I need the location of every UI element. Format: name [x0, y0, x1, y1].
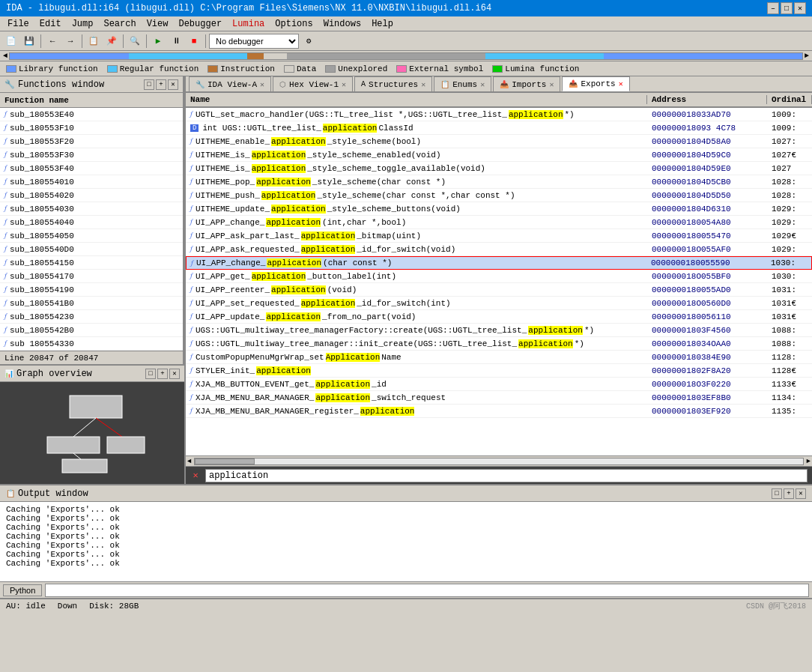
table-row[interactable]: 𝑓 UGS::UGTL_multiway_tree_manager::init_… — [186, 337, 812, 351]
toolbar-run[interactable]: ▶ — [150, 33, 166, 49]
table-row[interactable]: 𝑓 XJA_MB_MENU_BAR_MANAGER_register_appli… — [186, 405, 812, 418]
func-item-16[interactable]: 𝑓sub_1805542B0 — [0, 324, 183, 337]
func-item-0[interactable]: 𝑓sub_180553E40 — [0, 108, 183, 121]
func-item-4[interactable]: 𝑓sub_180553F40 — [0, 162, 183, 175]
graph-close-btn[interactable]: ✕ — [169, 369, 180, 379]
func-item-13[interactable]: 𝑓sub_180554190 — [0, 283, 183, 297]
hscroll-right[interactable]: ► — [805, 458, 812, 465]
tab-hex-view[interactable]: ⬡ Hex View-1 ✕ — [273, 76, 353, 91]
menu-lumina[interactable]: Lumina — [228, 17, 269, 31]
func-item-10[interactable]: 𝑓sub_1805540D0 — [0, 243, 183, 256]
tab-imports[interactable]: 📥 Imports ✕ — [493, 76, 560, 91]
functions-list[interactable]: 𝑓sub_180553E40 𝑓sub_180553F10 𝑓sub_18055… — [0, 108, 183, 351]
table-row[interactable]: 𝑓 UITHEME_update_application_style_schem… — [186, 202, 812, 216]
toolbar-stop[interactable]: ■ — [186, 33, 202, 49]
tab-structures[interactable]: A Structures ✕ — [354, 76, 432, 91]
table-row[interactable]: 𝑓 UI_APP_ask_part_last_application_bitma… — [186, 229, 812, 243]
functions-max-btn[interactable]: + — [156, 79, 166, 90]
tab-ida-view[interactable]: 🔧 IDA View-A ✕ — [189, 76, 271, 91]
menu-windows[interactable]: Windows — [319, 17, 366, 31]
functions-float-btn[interactable]: □ — [144, 79, 154, 90]
table-row[interactable]: 𝑓 UI_APP_get_application_button_label(in… — [186, 270, 812, 283]
table-row[interactable]: 𝑓 UI_APP_set_requested_application_id_fo… — [186, 297, 812, 310]
table-row[interactable]: 𝑓 UI_APP_reenter_application(void) 00000… — [186, 283, 812, 297]
func-item-5[interactable]: 𝑓sub_180554010 — [0, 175, 183, 189]
tab-exports[interactable]: 📤 Exports ✕ — [562, 76, 629, 91]
maximize-button[interactable]: □ — [781, 2, 793, 14]
toolbar-paste[interactable]: 📌 — [103, 33, 120, 49]
toolbar-fwd[interactable]: → — [62, 33, 79, 49]
func-item-1[interactable]: 𝑓sub_180553F10 — [0, 121, 183, 135]
table-row-selected[interactable]: 𝑓 UI_APP_change_application(char const *… — [186, 256, 812, 270]
tab-struct-close[interactable]: ✕ — [421, 80, 425, 89]
menu-file[interactable]: File — [3, 17, 34, 31]
table-row[interactable]: 𝑓 UGS::UGTL_multiway_tree_managerFactory… — [186, 324, 812, 337]
menu-help[interactable]: Help — [367, 17, 398, 31]
python-input[interactable] — [45, 584, 809, 597]
hscroll-left[interactable]: ◄ — [186, 458, 193, 465]
toolbar-pause[interactable]: ⏸ — [168, 33, 184, 49]
toolbar-back[interactable]: ← — [44, 33, 61, 49]
debugger-select[interactable]: No debugger — [209, 34, 299, 49]
output-max-btn[interactable]: + — [784, 488, 794, 499]
toolbar-settings[interactable]: ⚙ — [300, 33, 317, 49]
table-row[interactable]: 𝑓 UITHEME_push_application_style_scheme(… — [186, 189, 812, 202]
menu-options[interactable]: Options — [270, 17, 317, 31]
func-item-6[interactable]: 𝑓sub_180554020 — [0, 189, 183, 202]
menu-edit[interactable]: Edit — [35, 17, 66, 31]
menu-debugger[interactable]: Debugger — [174, 17, 226, 31]
output-restore-btn[interactable]: □ — [772, 488, 782, 499]
functions-close-btn[interactable]: ✕ — [168, 79, 178, 90]
table-row[interactable]: 𝑓 UI_APP_update_application_from_no_part… — [186, 310, 812, 324]
table-row[interactable]: 𝑓 UITHEME_is_application_style_scheme_en… — [186, 148, 812, 162]
func-item-12[interactable]: 𝑓sub_180554170 — [0, 270, 183, 283]
func-item-2[interactable]: 𝑓sub_180553F20 — [0, 135, 183, 148]
table-row[interactable]: D int UGS::UGTL_tree_list_applicationCla… — [186, 121, 812, 135]
menu-search[interactable]: Search — [99, 17, 140, 31]
table-row[interactable]: 𝑓 UITHEME_pop_application_style_scheme(c… — [186, 175, 812, 189]
func-item-3[interactable]: 𝑓sub_180553F30 — [0, 148, 183, 162]
hscroll-track[interactable] — [194, 458, 803, 465]
graph-max-btn[interactable]: + — [157, 369, 168, 379]
menu-view[interactable]: View — [142, 17, 173, 31]
table-row[interactable]: 𝑓 UI_APP_change_application(int,char *,b… — [186, 216, 812, 229]
ida-table[interactable]: Name Address Ordinal 𝑓 UGTL_set_macro_ha… — [186, 93, 812, 455]
table-row[interactable]: 𝑓 XJA_MB_MENU_BAR_MANAGER_application_sw… — [186, 391, 812, 405]
search-close-icon[interactable]: ✕ — [190, 470, 201, 481]
close-button[interactable]: ✕ — [794, 2, 806, 14]
table-row[interactable]: 𝑓 CustomPopupMenuMgrWrap_setApplicationN… — [186, 351, 812, 364]
output-close-btn[interactable]: ✕ — [796, 488, 806, 499]
python-button[interactable]: Python — [3, 584, 42, 596]
toolbar-new[interactable]: 📄 — [3, 33, 19, 49]
tab-ida-close[interactable]: ✕ — [260, 80, 264, 89]
table-row[interactable]: 𝑓 XJA_MB_BUTTON_EVENT_get_application_id… — [186, 378, 812, 391]
tab-enums[interactable]: 📋 Enums ✕ — [434, 76, 491, 91]
nav-right-arrow[interactable]: ► — [803, 52, 811, 60]
func-item-9[interactable]: 𝑓sub_180554050 — [0, 229, 183, 243]
func-item-17[interactable]: 𝑓sub 180554330 — [0, 337, 183, 351]
horizontal-scrollbar[interactable]: ◄ ► — [186, 455, 812, 466]
table-row[interactable]: 𝑓 UI_APP_ask_requested_application_id_fo… — [186, 243, 812, 256]
graph-float-btn[interactable]: □ — [145, 369, 156, 379]
tab-hex-close[interactable]: ✕ — [342, 80, 346, 89]
table-row[interactable]: 𝑓 STYLER_init_application 00000001802F8A… — [186, 364, 812, 378]
minimize-button[interactable]: – — [767, 2, 779, 14]
hscroll-thumb[interactable] — [195, 458, 255, 464]
toolbar-copy[interactable]: 📋 — [85, 33, 102, 49]
func-item-15[interactable]: 𝑓sub_180554230 — [0, 310, 183, 324]
nav-left-arrow[interactable]: ◄ — [1, 52, 9, 60]
func-item-8[interactable]: 𝑓sub_180554040 — [0, 216, 183, 229]
func-item-11[interactable]: 𝑓sub_180554150 — [0, 256, 183, 270]
toolbar-save[interactable]: 💾 — [21, 33, 37, 49]
table-row[interactable]: 𝑓 UITHEME_enable_application_style_schem… — [186, 135, 812, 148]
search-input[interactable] — [205, 469, 808, 482]
table-row[interactable]: 𝑓 UGTL_set_macro_handler(UGS::TL_tree_li… — [186, 108, 812, 121]
tab-exports-close[interactable]: ✕ — [619, 79, 623, 88]
tab-enums-close[interactable]: ✕ — [480, 80, 485, 89]
tab-imports-close[interactable]: ✕ — [549, 80, 554, 89]
table-row[interactable]: 𝑓 UITHEME_is_application_style_scheme_to… — [186, 162, 812, 175]
toolbar-search[interactable]: 🔍 — [127, 33, 143, 49]
menu-jump[interactable]: Jump — [67, 17, 98, 31]
func-item-7[interactable]: 𝑓sub_180554030 — [0, 202, 183, 216]
func-item-14[interactable]: 𝑓sub_1805541B0 — [0, 297, 183, 310]
